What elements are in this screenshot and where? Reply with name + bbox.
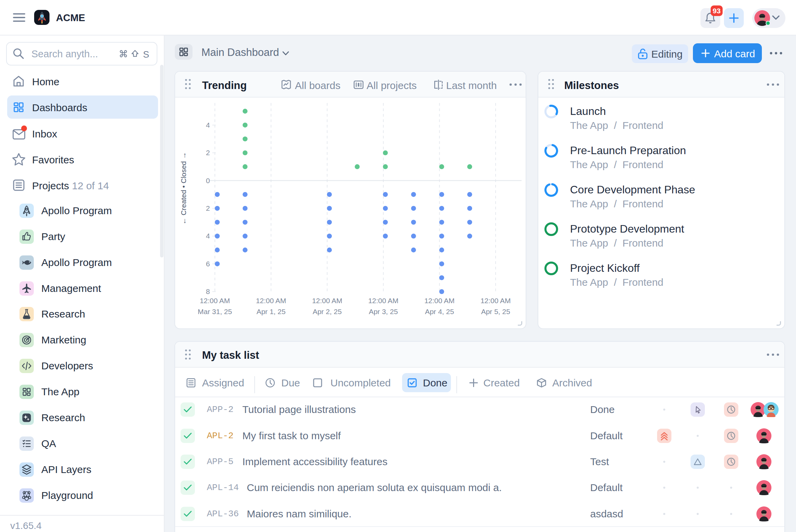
- svg-text:6: 6: [206, 260, 210, 268]
- svg-text:← Created • Closed →: ← Created • Closed →: [180, 152, 187, 225]
- svg-text:2: 2: [206, 204, 210, 212]
- svg-text:8: 8: [206, 287, 210, 295]
- svg-text:0: 0: [206, 177, 210, 184]
- svg-text:12:00 AM: 12:00 AM: [256, 297, 286, 305]
- svg-text:12:00 AM: 12:00 AM: [481, 297, 511, 305]
- svg-text:12:00 AM: 12:00 AM: [312, 297, 342, 305]
- svg-text:12:00 AM: 12:00 AM: [424, 297, 455, 305]
- svg-text:Apr 5, 25: Apr 5, 25: [481, 308, 510, 315]
- svg-text:2: 2: [206, 149, 210, 157]
- svg-text:Mar 31, 25: Mar 31, 25: [198, 308, 232, 315]
- svg-text:4: 4: [206, 232, 210, 240]
- svg-text:Apr 2, 25: Apr 2, 25: [313, 308, 342, 315]
- svg-text:12:00 AM: 12:00 AM: [200, 297, 230, 305]
- svg-text:12:00 AM: 12:00 AM: [368, 297, 399, 305]
- svg-text:Apr 3, 25: Apr 3, 25: [369, 308, 398, 315]
- svg-text:4: 4: [206, 121, 210, 129]
- svg-text:Apr 4, 25: Apr 4, 25: [425, 308, 454, 315]
- svg-text:Apr 1, 25: Apr 1, 25: [256, 308, 285, 315]
